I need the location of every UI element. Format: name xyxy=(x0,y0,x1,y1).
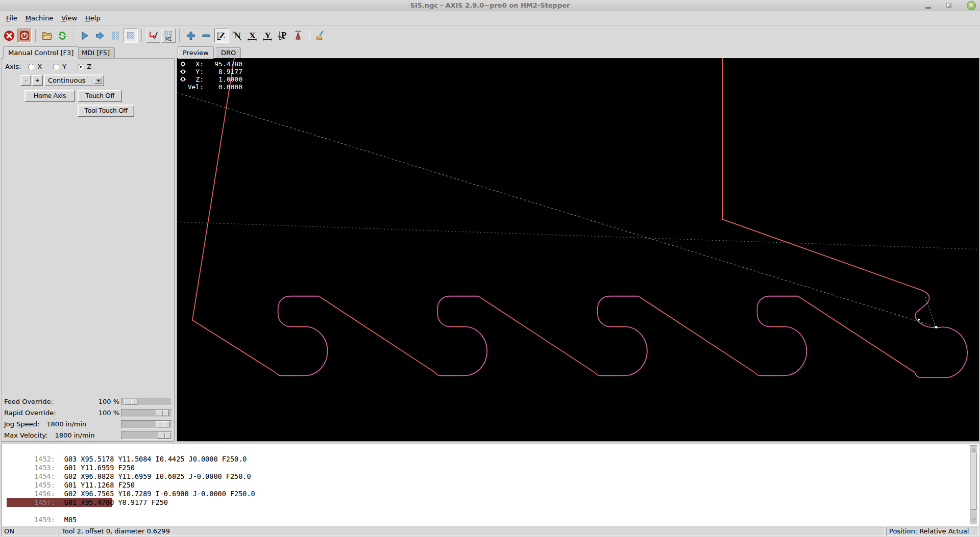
gcode-line-number: 1452: xyxy=(32,455,55,464)
jog-plus-button[interactable]: + xyxy=(32,75,43,86)
reload-file-button[interactable] xyxy=(55,29,69,43)
slider-handle[interactable] xyxy=(156,410,169,416)
axis-radio[interactable]: X xyxy=(28,63,42,70)
dro-row: Z: 1.0000 xyxy=(180,75,242,83)
scrollbar-thumb[interactable] xyxy=(971,453,976,510)
view-z-button[interactable]: Z xyxy=(214,29,229,43)
pause-icon xyxy=(110,30,121,41)
chevron-down-icon xyxy=(94,77,102,84)
axis-label: Axis: xyxy=(5,63,21,70)
slider-handle[interactable] xyxy=(156,421,169,427)
touch-off-button[interactable]: Touch Off xyxy=(78,90,122,102)
slider-label: Max Velocity: xyxy=(4,431,47,439)
view-y-button[interactable]: Y xyxy=(260,29,275,43)
axis-radio[interactable]: Z xyxy=(78,63,91,70)
tab-preview[interactable]: Preview xyxy=(178,46,214,59)
tab-mdi[interactable]: MDI [F5] xyxy=(77,47,115,58)
jog-minus-button[interactable]: - xyxy=(20,75,31,86)
dro-axis-value: 1.0000 xyxy=(204,75,242,83)
override-slider-row: Max Velocity: 1800 in/min xyxy=(0,430,176,441)
slider-handle[interactable] xyxy=(124,399,137,405)
dro-row: Vel: 0.0000 xyxy=(180,83,242,91)
toolbar-separator xyxy=(35,29,36,42)
toolpath-preview-canvas[interactable]: X: 95.4780 Y: 8.9177 Z: 1.0000 xyxy=(177,58,979,442)
gcode-line-text: G02 X96.8828 Y11.6959 I0.6825 J-0.0000 F… xyxy=(64,472,251,480)
scroll-down-arrow-icon[interactable] xyxy=(971,518,976,523)
rotate-view-button[interactable] xyxy=(291,29,305,43)
home-axis-button[interactable]: Home Axis xyxy=(24,90,75,102)
axis-radio-label: X xyxy=(37,63,42,70)
axis-radio[interactable]: Y xyxy=(53,63,66,70)
toolbar-separator xyxy=(73,29,74,42)
gcode-line-text: G02 X96.7565 Y10.7289 I-0.6900 J-0.0000 … xyxy=(64,490,255,498)
tab-dro[interactable]: DRO xyxy=(216,47,241,58)
estop-button[interactable] xyxy=(2,29,16,43)
view-z-rotated-icon: N xyxy=(231,30,242,41)
manual-control-panel: Manual Control [F3] MDI [F5] Axis: X Y Z… xyxy=(0,46,176,443)
status-bar: ON Tool 2, offset 0, diameter 0.6299 Pos… xyxy=(0,526,980,537)
reload-icon xyxy=(57,30,68,41)
dro-axis-value: 95.4780 xyxy=(204,60,242,68)
zoom-in-button[interactable] xyxy=(184,29,198,43)
step-arrow-icon xyxy=(94,30,106,41)
zoom-out-button[interactable] xyxy=(199,29,213,43)
slider-trough[interactable] xyxy=(121,409,172,417)
minimize-button[interactable] xyxy=(925,7,931,9)
stop-program-button[interactable] xyxy=(124,29,138,43)
run-program-button[interactable] xyxy=(78,29,92,43)
gcode-listing[interactable]: 1452:G03 X95.5178 Y11.5084 I0.4425 J0.00… xyxy=(1,444,979,526)
axis-homed-icon xyxy=(180,61,186,67)
zoom-in-icon xyxy=(185,30,197,41)
view-perspective-button[interactable]: P xyxy=(276,29,290,43)
dro-readout: X: 95.4780 Y: 8.9177 Z: 1.0000 xyxy=(180,60,242,91)
menu-item[interactable]: Machine xyxy=(21,12,57,24)
view-z-rotated-button[interactable]: N xyxy=(230,29,244,43)
gcode-scrollbar[interactable] xyxy=(970,445,977,525)
radio-indicator xyxy=(78,64,84,70)
slider-trough[interactable] xyxy=(121,431,172,440)
dro-axis-label: Z: xyxy=(186,75,204,83)
slider-label: Feed Override: xyxy=(4,398,53,405)
maximize-button[interactable] xyxy=(946,3,951,8)
dro-axis-label: Y: xyxy=(186,68,204,75)
step-line-button[interactable] xyxy=(93,29,107,43)
menu-item[interactable]: View xyxy=(57,12,81,24)
position-mode-cell: Position: Relative Actual xyxy=(886,527,979,536)
zoom-out-icon xyxy=(201,30,212,41)
skip-lines-button[interactable] xyxy=(146,29,160,43)
view-x-icon: X xyxy=(247,30,258,41)
open-file-button[interactable] xyxy=(40,29,54,43)
gcode-line-text: G01 X95.4780 Y8.9177 F250 xyxy=(64,498,168,506)
jog-mode-value: Continuous xyxy=(48,76,85,84)
close-button[interactable]: ✕ xyxy=(967,1,976,10)
menu-item[interactable]: Help xyxy=(81,12,105,24)
slider-label: Jog Speed: xyxy=(4,420,39,428)
toolbar-separator xyxy=(179,29,180,42)
scroll-up-arrow-icon[interactable] xyxy=(971,447,976,452)
machine-power-button[interactable] xyxy=(17,29,32,43)
pause-program-button[interactable] xyxy=(108,29,122,43)
dro-axis-label: Vel: xyxy=(186,83,204,91)
tool-touch-off-button[interactable]: Tool Touch Off xyxy=(78,105,134,117)
toolbar-separator xyxy=(309,29,310,42)
svg-text:Y: Y xyxy=(264,31,271,40)
optional-pause-icon: M1 xyxy=(163,30,174,41)
slider-value: 100 % xyxy=(99,398,119,405)
view-x-button[interactable]: X xyxy=(245,29,259,43)
power-icon xyxy=(19,30,30,41)
jog-mode-dropdown[interactable]: Continuous xyxy=(44,74,104,86)
gcode-line-number: 1459: xyxy=(32,516,55,524)
slider-trough[interactable] xyxy=(121,398,172,406)
toolbar: M1 Z N X Y P xyxy=(0,25,980,46)
slider-handle[interactable] xyxy=(158,432,171,439)
override-slider-row: Feed Override: 100 % xyxy=(0,397,176,407)
clear-plot-button[interactable] xyxy=(313,29,328,43)
slider-trough[interactable] xyxy=(121,420,172,428)
menu-item[interactable]: File xyxy=(2,12,21,24)
dro-axis-value: 8.9177 xyxy=(204,68,242,75)
optional-pause-m1-button[interactable]: M1 xyxy=(161,29,176,43)
tool-info-cell: Tool 2, offset 0, diameter 0.6299 xyxy=(59,527,885,536)
gcode-line[interactable]: 1452:G03 X95.5178 Y11.5084 I0.4425 J0.00… xyxy=(7,446,249,455)
tab-manual-control[interactable]: Manual Control [F3] xyxy=(3,46,79,59)
svg-text:M1: M1 xyxy=(165,37,172,42)
